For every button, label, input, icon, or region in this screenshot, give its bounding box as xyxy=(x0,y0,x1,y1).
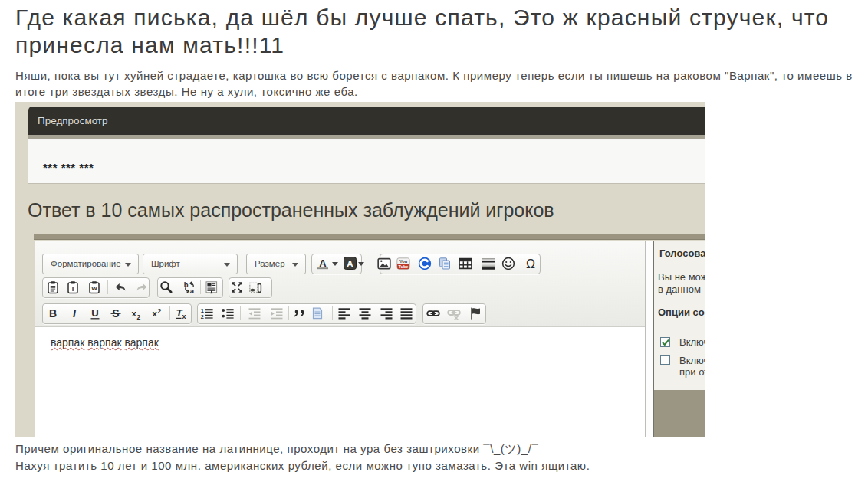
svg-text:W: W xyxy=(91,285,97,292)
svg-text:2: 2 xyxy=(201,313,204,320)
svg-text:I: I xyxy=(73,307,77,320)
svg-text:Ω: Ω xyxy=(526,257,535,270)
svg-text:A: A xyxy=(347,259,353,268)
svg-text:a: a xyxy=(190,287,195,294)
svg-text:x: x xyxy=(132,309,137,318)
svg-text:x: x xyxy=(182,313,186,320)
svg-text:b: b xyxy=(184,280,189,289)
svg-text:x: x xyxy=(153,309,158,318)
svg-text:A: A xyxy=(319,257,327,269)
svg-text:B: B xyxy=(49,307,57,320)
svg-text:Tube: Tube xyxy=(399,264,409,269)
svg-text:2: 2 xyxy=(137,313,141,321)
svg-text:T: T xyxy=(71,285,75,293)
svg-text:U: U xyxy=(91,307,98,319)
svg-text:2: 2 xyxy=(158,307,162,315)
svg-text:You: You xyxy=(399,259,408,264)
